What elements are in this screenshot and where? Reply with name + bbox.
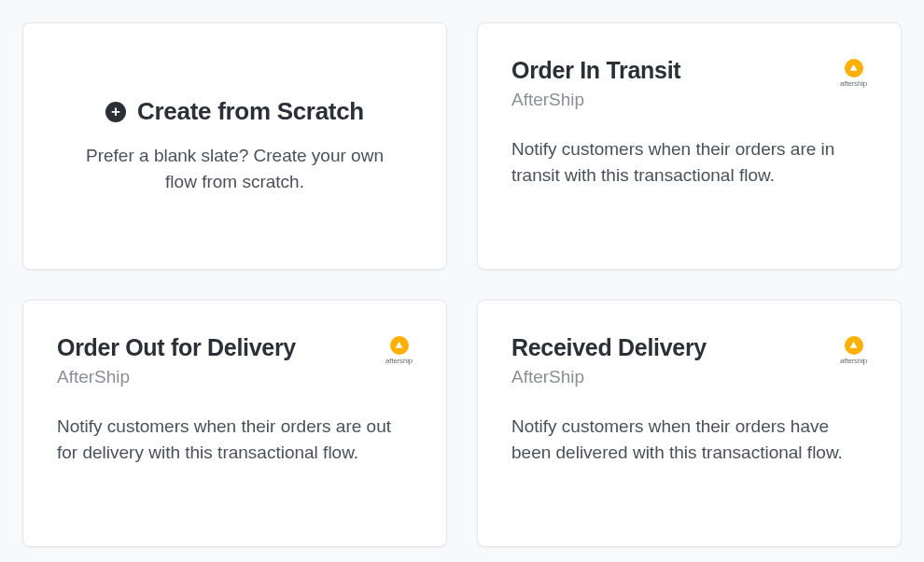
template-provider: AfterShip (57, 367, 296, 387)
template-header: Order Out for Delivery AfterShip aftersh… (57, 334, 413, 387)
template-title: Order In Transit (511, 57, 680, 84)
aftership-icon (845, 59, 863, 77)
template-heading-group: Order In Transit AfterShip (511, 57, 680, 110)
template-heading-group: Received Delivery AfterShip (511, 334, 707, 387)
aftership-logo: aftership (840, 336, 867, 365)
aftership-logo: aftership (385, 336, 413, 365)
flow-template-grid: Create from Scratch Prefer a blank slate… (22, 22, 902, 540)
create-from-scratch-card[interactable]: Create from Scratch Prefer a blank slate… (22, 22, 447, 270)
template-provider: AfterShip (511, 90, 680, 110)
template-card-order-out-for-delivery[interactable]: Order Out for Delivery AfterShip aftersh… (22, 300, 447, 547)
template-header: Received Delivery AfterShip aftership (511, 334, 867, 387)
template-description: Notify customers when their orders are i… (511, 136, 867, 188)
create-card-header: Create from Scratch (105, 97, 364, 126)
aftership-logo-label: aftership (840, 357, 867, 365)
plus-circle-icon (105, 102, 126, 122)
aftership-logo-label: aftership (385, 357, 413, 365)
aftership-logo-label: aftership (840, 79, 867, 88)
template-header: Order In Transit AfterShip aftership (511, 57, 867, 110)
template-provider: AfterShip (511, 367, 707, 387)
aftership-logo: aftership (840, 59, 867, 88)
create-card-title: Create from Scratch (137, 97, 364, 126)
template-title: Received Delivery (511, 334, 707, 361)
template-card-received-delivery[interactable]: Received Delivery AfterShip aftership No… (477, 300, 902, 547)
template-description: Notify customers when their orders are o… (57, 414, 413, 465)
template-card-order-in-transit[interactable]: Order In Transit AfterShip aftership Not… (477, 22, 902, 270)
template-title: Order Out for Delivery (57, 334, 296, 361)
template-heading-group: Order Out for Delivery AfterShip (57, 334, 296, 387)
create-card-description: Prefer a blank slate? Create your own fl… (77, 143, 394, 194)
aftership-icon (845, 336, 863, 355)
aftership-icon (390, 336, 409, 355)
template-description: Notify customers when their orders have … (511, 414, 867, 465)
